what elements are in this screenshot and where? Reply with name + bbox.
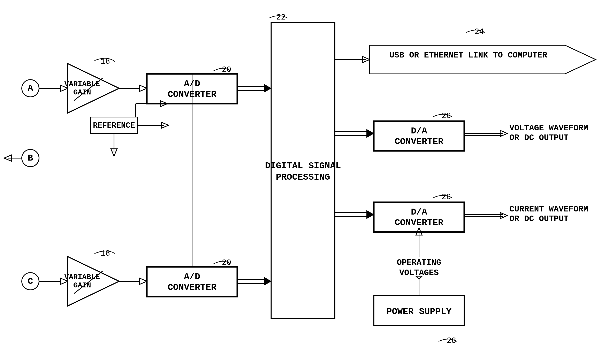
da-bottom-text2: CONVERTER xyxy=(395,218,443,228)
voltage-waveform-text2: OR DC OUTPUT xyxy=(509,133,569,142)
ref-26-bottom-label: 26 xyxy=(442,193,451,201)
current-waveform-text2: OR DC OUTPUT xyxy=(509,214,569,224)
ref-28-label: 28 xyxy=(447,336,456,345)
vg-top-text1: VARIABLE xyxy=(64,80,100,89)
power-supply-label: POWER SUPPLY xyxy=(387,306,452,317)
ref-20-top-label: 20 xyxy=(222,65,231,74)
usb-ethernet-text1: USB OR ETHERNET LINK TO COMPUTER xyxy=(390,51,547,60)
node-b-label: B xyxy=(28,153,33,163)
ad-bottom-text2: CONVERTER xyxy=(168,282,217,293)
vg-bottom-text1: VARIABLE xyxy=(64,273,100,281)
vg-bottom-text2: GAIN xyxy=(73,281,91,290)
node-c-label: C xyxy=(28,276,33,286)
dsp-text2: PROCESSING xyxy=(276,172,330,182)
reference-label: REFERENCE xyxy=(93,121,135,130)
ref-26-top-label: 26 xyxy=(442,111,451,120)
ad-bottom-text1: A/D xyxy=(184,272,200,282)
da-top-text1: D/A xyxy=(411,126,427,136)
dsp-text1: DIGITAL SIGNAL xyxy=(265,161,341,171)
current-waveform-text1: CURRENT WAVEFORM xyxy=(509,205,588,214)
operating-voltages-text1: OPERATING xyxy=(397,258,441,267)
node-a-label: A xyxy=(28,83,33,93)
voltage-waveform-text1: VOLTAGE WAVEFORM xyxy=(509,124,588,133)
da-bottom-text1: D/A xyxy=(411,207,427,217)
ref-20-bottom-label: 20 xyxy=(222,258,231,267)
ref-18-bottom-label: 18 xyxy=(101,249,110,258)
ref-22-label: 22 xyxy=(276,13,286,22)
da-top-text2: CONVERTER xyxy=(395,137,443,147)
ref-24-label: 24 xyxy=(474,27,484,36)
vg-top-text2: GAIN xyxy=(73,88,91,97)
